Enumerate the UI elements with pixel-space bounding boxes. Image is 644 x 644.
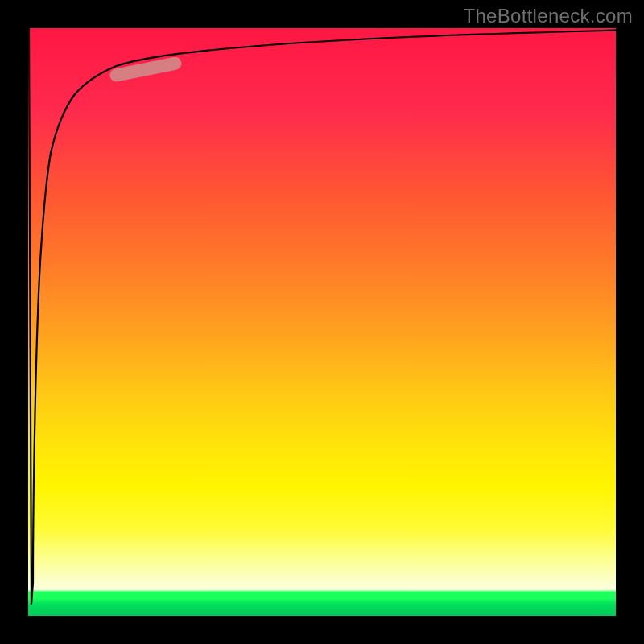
chart-curve-layer bbox=[28, 28, 616, 616]
curve-highlight-segment bbox=[117, 64, 175, 76]
plot-area bbox=[28, 28, 616, 616]
watermark-text: TheBottleneck.com bbox=[463, 5, 633, 27]
bottleneck-curve bbox=[29, 28, 616, 604]
chart-frame: TheBottleneck.com bbox=[0, 0, 644, 644]
